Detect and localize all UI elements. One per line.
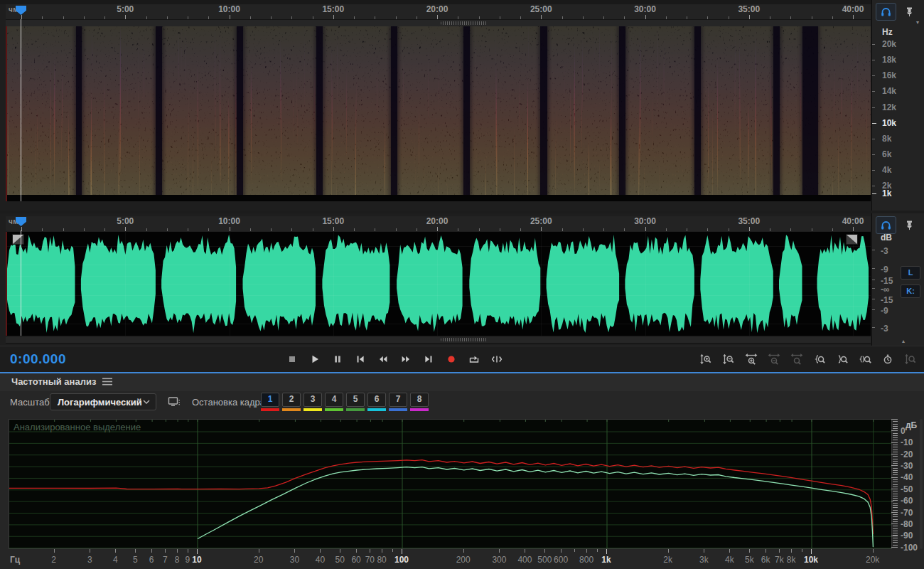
frequency-axis-tick: [165, 549, 166, 553]
waveform-time-ruler[interactable]: чмс 5:0010:0015:0020:0025:0030:0035:0040…: [6, 216, 871, 231]
nav-grip-handle[interactable]: [441, 338, 488, 341]
copy-display-icon[interactable]: [168, 396, 182, 408]
fade-out-handle[interactable]: [846, 234, 858, 245]
skip-selection-button[interactable]: [489, 350, 505, 368]
ruler-tick: [666, 228, 667, 231]
frequency-scale-tick: [872, 186, 875, 186]
frequency-axis-label: 100: [389, 555, 414, 565]
frequency-axis-tick: [151, 549, 152, 553]
zoom-in-out-selection-button[interactable]: [857, 350, 873, 368]
playhead-time-display[interactable]: 0:00.000: [10, 351, 66, 367]
frequency-scale-label: 20k: [882, 39, 896, 49]
channel-button-k[interactable]: K:: [901, 284, 920, 298]
db-axis-unit: дБ: [906, 420, 917, 430]
zoom-in-vertical-button[interactable]: [698, 350, 714, 368]
play-button[interactable]: [307, 350, 323, 368]
frequency-axis-tick: [177, 549, 178, 553]
ruler-tick: [500, 228, 500, 231]
zoom-in-horizontal-button[interactable]: [743, 350, 759, 368]
ruler-time-label: 35:00: [734, 4, 765, 14]
track-gap: [76, 26, 82, 201]
frame-hold-button-7[interactable]: 7: [389, 393, 407, 411]
frame-hold-color-bar: [367, 408, 386, 411]
pin-button[interactable]: [901, 217, 917, 233]
waveform-display[interactable]: [6, 232, 871, 336]
ruler-tick: [583, 228, 584, 231]
frame-hold-button-6[interactable]: 6: [367, 393, 386, 411]
frequency-axis-tick: [90, 549, 90, 553]
ruler-tick: [687, 228, 687, 231]
plot-vertical-zoom-bar[interactable]: [920, 419, 923, 549]
tab-frequency-analysis[interactable]: Частотный анализ: [11, 376, 112, 387]
record-button[interactable]: [444, 350, 459, 368]
frequency-axis-unit: Гц: [10, 555, 20, 565]
waveform-nav-strip[interactable]: [6, 336, 871, 344]
spectrogram-panel: чмс 5:0010:0015:0020:0025:0030:0035:0040…: [0, 0, 924, 211]
frequency-axis-tick: [402, 549, 402, 554]
loop-playback-button[interactable]: [466, 350, 482, 368]
frame-hold-button-8[interactable]: 8: [410, 393, 429, 411]
frame-hold-button-3[interactable]: 3: [303, 393, 322, 411]
zoom-out-horizontal-icon: [768, 353, 780, 366]
scale-dropdown-value: Логарифмический: [50, 397, 143, 408]
pin-button[interactable]: [901, 4, 917, 20]
zoom-to-in-point-button[interactable]: [812, 350, 827, 368]
db-ruler-ticks: [893, 419, 898, 549]
frame-hold-button-1[interactable]: 1: [261, 393, 279, 411]
time-grid-line: [853, 232, 854, 336]
amplitude-scale-label: -15: [881, 295, 893, 305]
monitor-output-button[interactable]: [876, 216, 896, 234]
selection-start-line: [6, 26, 7, 201]
skip-to-end-button[interactable]: [421, 350, 436, 368]
zoom-in-vertical-icon: [699, 353, 712, 366]
spectrogram-time-ruler[interactable]: чмс 5:0010:0015:0020:0025:0030:0035:0040…: [6, 4, 871, 19]
frequency-axis-label: 200: [451, 555, 476, 565]
ruler-tick: [354, 228, 355, 231]
db-ruler-major-ticks: [891, 419, 893, 549]
monitor-output-button[interactable]: [876, 3, 896, 21]
frequency-axis-label: 300: [486, 555, 512, 565]
db-axis-label: -60: [901, 496, 913, 506]
ruler-time-label: 5:00: [109, 4, 141, 14]
ruler-tick: [749, 227, 750, 231]
frame-hold-button-4[interactable]: 4: [325, 393, 343, 411]
scale-dropdown[interactable]: Логарифмический: [50, 393, 156, 410]
stop-button[interactable]: [284, 350, 300, 368]
rewind-button[interactable]: [375, 350, 391, 368]
frame-hold-color-bar: [261, 408, 279, 411]
skip-to-start-button[interactable]: [353, 350, 368, 368]
time-grid-line: [333, 232, 334, 336]
pause-button[interactable]: [330, 350, 345, 368]
frame-hold-label: Остановка кадра:: [192, 397, 268, 408]
zoom-out-vertical-button[interactable]: [721, 350, 736, 368]
playhead-line: [21, 230, 21, 336]
ruler-tick: [832, 228, 833, 231]
frequency-axis-tick: [135, 549, 136, 553]
spectrogram-display[interactable]: [6, 26, 871, 201]
transport-bar: 0:00.000: [0, 346, 924, 373]
ruler-tick: [84, 228, 85, 231]
zoom-to-out-point-button[interactable]: [834, 350, 850, 368]
amplitude-scale-label: -9: [881, 265, 888, 275]
scale-collapse-arrow[interactable]: ▾: [916, 19, 919, 26]
ruler-time-label: 15:00: [318, 216, 349, 226]
fade-in-handle[interactable]: [12, 234, 24, 245]
frame-hold-number: 2: [282, 393, 301, 407]
reset-zoom-timer-button[interactable]: [880, 350, 896, 368]
frame-hold-button-5[interactable]: 5: [346, 393, 365, 411]
scale-collapse-arrow[interactable]: ▴: [902, 338, 905, 344]
ruler-tick: [396, 228, 397, 231]
fast-forward-button[interactable]: [398, 350, 414, 368]
ruler-tick: [313, 228, 313, 231]
channel-button-left[interactable]: L: [901, 266, 920, 280]
frequency-axis-tick: [382, 549, 382, 553]
frequency-analysis-panel: Частотный анализ Масштаб: Логарифмически…: [0, 372, 924, 569]
frame-hold-button-2[interactable]: 2: [282, 393, 301, 411]
ruler-tick: [479, 228, 480, 231]
frequency-plot[interactable]: Анализированное выделение: [9, 419, 892, 549]
frequency-axis-tick: [606, 549, 607, 554]
panel-menu-icon[interactable]: [102, 378, 112, 385]
stop-icon: [286, 353, 299, 366]
frequency-scale-tick: [872, 123, 876, 124]
nav-grip-handle[interactable]: [441, 21, 488, 25]
